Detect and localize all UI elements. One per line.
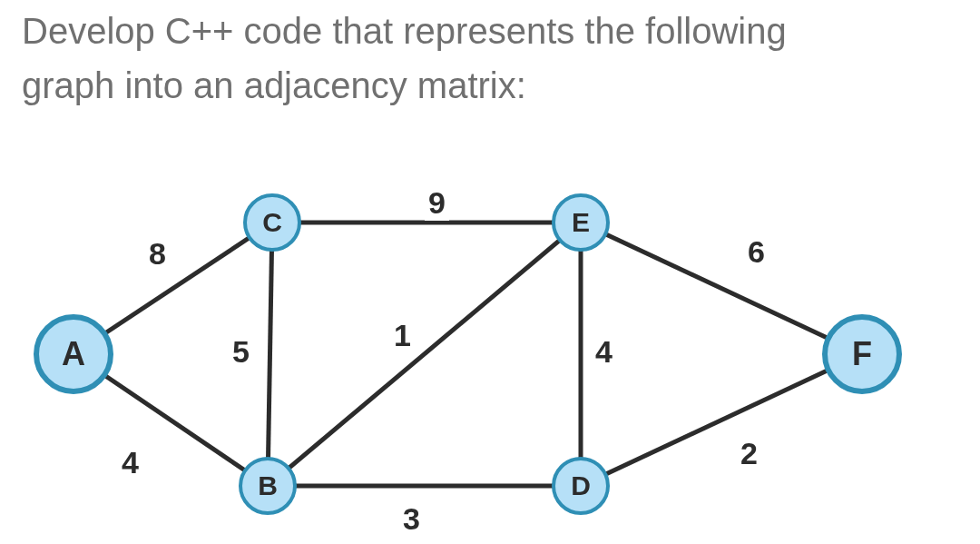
weight-b-c: 5 [229, 334, 253, 370]
weight-d-e: 4 [592, 334, 616, 370]
edge-e-f [581, 223, 862, 354]
weight-b-d: 3 [399, 501, 424, 537]
node-e: E [552, 193, 610, 252]
node-b: B [239, 457, 297, 515]
node-d: D [552, 457, 610, 515]
graph-diagram: 8 4 5 3 1 9 4 2 6 A B C D E F [0, 173, 980, 544]
weight-e-f: 6 [744, 234, 769, 270]
weight-b-e: 1 [390, 318, 415, 353]
weight-d-f: 2 [737, 436, 761, 471]
question-line-1: Develop C++ code that represents the fol… [22, 11, 787, 51]
edge-b-c [268, 223, 272, 486]
weight-a-c: 8 [145, 236, 170, 272]
weight-a-b: 4 [118, 445, 142, 480]
weight-c-e: 9 [425, 185, 449, 221]
node-c: C [243, 193, 301, 252]
edge-d-f [581, 354, 862, 486]
node-a: A [34, 314, 113, 394]
edge-b-e [268, 223, 581, 486]
question-text: Develop C++ code that represents the fol… [22, 4, 929, 113]
question-line-2: graph into an adjacency matrix: [22, 65, 526, 105]
node-f: F [822, 314, 902, 394]
